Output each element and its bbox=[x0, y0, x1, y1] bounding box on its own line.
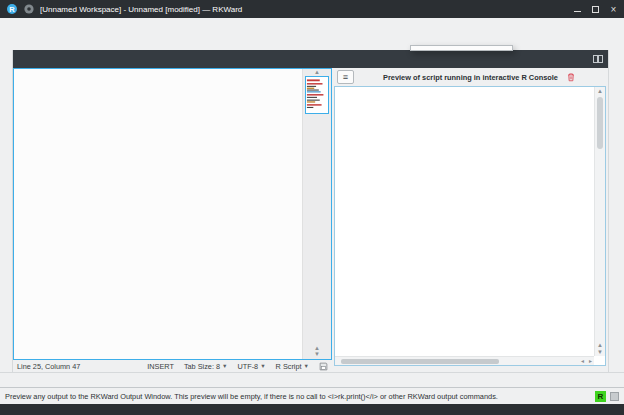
encoding-select[interactable]: UTF-8▼ bbox=[237, 362, 265, 371]
status-indicator bbox=[610, 392, 619, 401]
editor-statusbar: Line 25, Column 47 INSERT Tab Size: 8▼ U… bbox=[13, 360, 332, 372]
console-vertical-scrollbar[interactable]: ▲ ▲ ▼ bbox=[594, 87, 605, 356]
highlight-mode-select[interactable]: R Script▼ bbox=[276, 362, 309, 371]
script-editor[interactable]: ▲ ▲▼ bbox=[13, 68, 332, 360]
gear-icon bbox=[23, 3, 35, 15]
tab-size-select[interactable]: Tab Size: 8▼ bbox=[184, 362, 228, 371]
close-button[interactable]: × bbox=[609, 5, 618, 14]
r-engine-status-badge[interactable]: R bbox=[595, 391, 606, 402]
editor-scrollbar-minimap[interactable]: ▲ ▲▼ bbox=[302, 69, 331, 359]
status-message: Preview any output to the RKWard Output … bbox=[5, 392, 595, 401]
save-status-icon[interactable] bbox=[319, 362, 328, 371]
chevron-down-icon: ▼ bbox=[260, 363, 265, 369]
scrollbar-thumb[interactable] bbox=[341, 359, 499, 364]
insert-mode[interactable]: INSERT bbox=[147, 362, 174, 371]
toolbar bbox=[0, 31, 624, 50]
code-area[interactable] bbox=[14, 69, 302, 359]
scroll-up-icon[interactable]: ▲ bbox=[303, 69, 331, 75]
r-console-preview[interactable]: ▲ ▲ ▼ ◂ ▸ bbox=[334, 86, 606, 366]
menubar bbox=[0, 18, 624, 31]
minimap-thumbnail[interactable] bbox=[305, 76, 329, 114]
scroll-down-icon[interactable]: ▲ bbox=[595, 342, 605, 348]
rkward-logo-icon: R bbox=[6, 3, 18, 15]
svg-text:R: R bbox=[9, 5, 15, 14]
window-title: [Unnamed Workspace] - Unnamed [modified]… bbox=[40, 5, 573, 14]
right-dock-bar bbox=[608, 50, 624, 372]
titlebar: R [Unnamed Workspace] - Unnamed [modifie… bbox=[0, 0, 624, 18]
scroll-right-icon[interactable]: ▸ bbox=[589, 357, 592, 366]
rkward-window: R [Unnamed Workspace] - Unnamed [modifie… bbox=[0, 0, 624, 415]
maximize-button[interactable] bbox=[591, 5, 600, 14]
minimize-button[interactable] bbox=[573, 5, 582, 14]
scroll-left-icon[interactable]: ◂ bbox=[581, 357, 584, 366]
preview-dropdown-menu bbox=[410, 45, 513, 51]
bottom-toolview-bar bbox=[0, 372, 624, 387]
document-tabbar bbox=[13, 50, 608, 68]
chevron-down-icon: ▼ bbox=[304, 363, 309, 369]
window-bottom-edge bbox=[0, 404, 624, 415]
statusbar: Preview any output to the RKWard Output … bbox=[0, 387, 624, 404]
scroll-down-icon[interactable]: ▼ bbox=[595, 349, 605, 355]
left-dock-bar bbox=[0, 50, 13, 372]
close-preview-trash-icon[interactable] bbox=[566, 72, 576, 82]
cursor-position: Line 25, Column 47 bbox=[17, 362, 80, 371]
console-horizontal-scrollbar[interactable]: ◂ ▸ bbox=[335, 356, 594, 365]
scrollbar-thumb[interactable] bbox=[597, 97, 603, 149]
console-output[interactable] bbox=[335, 87, 594, 356]
split-view-icon[interactable] bbox=[592, 53, 604, 65]
chevron-down-icon: ▼ bbox=[222, 363, 227, 369]
scroll-down-icon[interactable]: ▲▼ bbox=[303, 345, 331, 357]
scroll-up-icon[interactable]: ▲ bbox=[595, 88, 605, 94]
